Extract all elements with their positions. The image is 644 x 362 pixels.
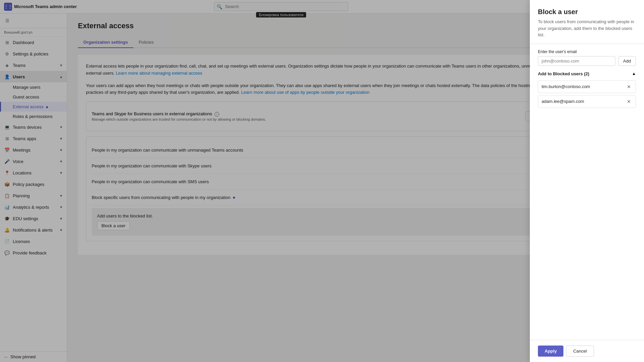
panel-footer: Apply Cancel <box>530 340 644 362</box>
remove-user-2-button[interactable]: ✕ <box>626 98 632 105</box>
email-input[interactable] <box>538 56 615 66</box>
panel-body: Enter the user's email Add Add to Blocke… <box>530 44 644 340</box>
cancel-button[interactable]: Cancel <box>566 346 594 357</box>
blocked-users-list: tim.burton@contoso.com ✕ adam.lee@spam.c… <box>538 80 636 108</box>
panel-description: To block users from communicating with p… <box>538 18 636 38</box>
blocked-email-1: tim.burton@contoso.com <box>542 84 590 89</box>
block-user-panel: Block a user To block users from communi… <box>530 0 644 362</box>
panel-title: Block a user <box>538 8 636 16</box>
remove-user-1-button[interactable]: ✕ <box>626 83 632 90</box>
panel-header: Block a user To block users from communi… <box>530 0 644 44</box>
collapse-icon[interactable]: ▲ <box>632 71 636 76</box>
blocked-section-header: Add to Blocked users (2) ▲ <box>538 71 636 76</box>
email-input-row: Add <box>538 56 636 66</box>
email-field-label: Enter the user's email <box>538 49 636 54</box>
blocked-user-item: adam.lee@spam.com ✕ <box>538 95 636 108</box>
add-email-button[interactable]: Add <box>618 56 636 66</box>
apply-button[interactable]: Apply <box>538 346 563 357</box>
blocked-user-item: tim.burton@contoso.com ✕ <box>538 80 636 93</box>
blocked-email-2: adam.lee@spam.com <box>542 99 584 104</box>
blocked-section-title: Add to Blocked users (2) <box>538 71 589 76</box>
